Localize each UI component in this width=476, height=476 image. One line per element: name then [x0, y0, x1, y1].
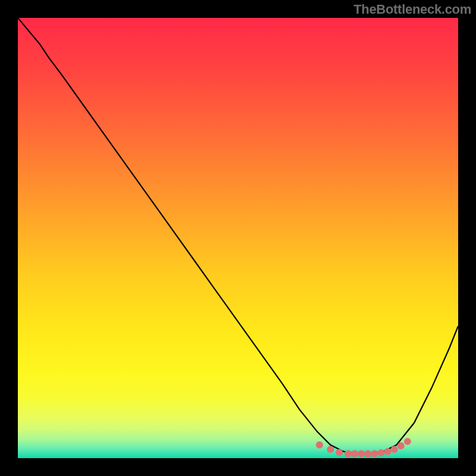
plot-background	[18, 18, 458, 458]
valley-dot	[378, 449, 385, 456]
valley-dot	[336, 449, 343, 456]
valley-dot	[371, 450, 378, 458]
chart-svg	[0, 0, 476, 476]
valley-dot	[404, 438, 411, 445]
chart-frame: TheBottleneck.com	[0, 0, 476, 476]
valley-dot	[364, 450, 371, 458]
watermark-text: TheBottleneck.com	[353, 2, 471, 17]
valley-dot	[316, 441, 323, 449]
valley-dot	[397, 442, 405, 449]
valley-dot	[327, 446, 334, 453]
valley-dot	[391, 446, 398, 453]
valley-dot	[345, 450, 352, 458]
valley-dot	[358, 450, 365, 458]
valley-dot	[384, 448, 392, 455]
valley-dot	[351, 450, 358, 458]
